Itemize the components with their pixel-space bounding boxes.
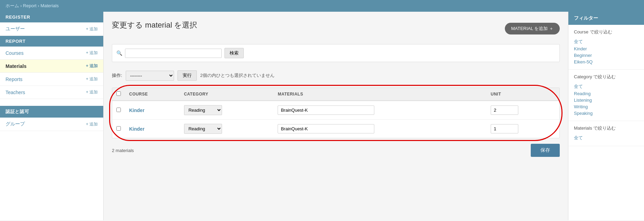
sidebar-item-teachers-label: Teachers [6, 90, 25, 95]
table-row: Kinder Reading Listening Writing Speakin… [112, 120, 559, 138]
filter-category-listening[interactable]: Listening [574, 97, 638, 103]
filter-category-speaking[interactable]: Speaking [574, 110, 638, 117]
filter-materials-section: Materials で絞り込む 全て [568, 121, 644, 146]
row1-checkbox-cell [112, 101, 125, 120]
sidebar-item-courses-add[interactable]: + 追加 [86, 50, 98, 56]
row2-category-select[interactable]: Reading Listening Writing Speaking [184, 124, 222, 134]
row2-materials [273, 120, 487, 138]
sidebar-item-reports-add[interactable]: + 追加 [86, 76, 98, 82]
search-button[interactable]: 検索 [224, 48, 244, 58]
add-material-button[interactable]: MATERIAL を追加 ＋ [505, 23, 560, 34]
action-bar: 操作: -------- 実行 2個の内ひとつも選択されていません [112, 68, 560, 83]
filter-course-section: Course で絞り込む 全て Kinder Beginner Eiken-5Q [568, 25, 644, 70]
row1-course: Kinder [125, 101, 180, 120]
filter-materials-title: Materials で絞り込む [574, 125, 638, 131]
filter-category-writing[interactable]: Writing [574, 103, 638, 110]
row2-checkbox[interactable] [116, 126, 121, 131]
materials-table: COURSE CATEGORY MATERIALS UNIT [112, 88, 559, 138]
row2-materials-input[interactable] [278, 124, 374, 133]
filter-category-section: Category で絞り込む 全て Reading Listening Writ… [568, 70, 644, 121]
row1-category: Reading Listening Writing Speaking [180, 101, 274, 120]
action-info: 2個の内ひとつも選択されていません [200, 72, 275, 79]
row2-unit-input[interactable] [491, 124, 518, 133]
sidebar: REGISTER ユーザー + 追加 REPORT Courses + 追加 M… [0, 12, 104, 220]
filter-category-title: Category で絞り込む [574, 74, 638, 80]
breadcrumb-home[interactable]: ホーム [6, 3, 19, 8]
sidebar-section-report: REPORT [0, 36, 103, 47]
filter-category-reading[interactable]: Reading [574, 90, 638, 97]
sidebar-item-reports-label: Reports [6, 77, 22, 82]
breadcrumb-sep2: › [38, 3, 40, 8]
breadcrumb: ホーム › Report › Materials [0, 0, 644, 12]
materials-count: 2 materials [112, 148, 134, 153]
row1-checkbox[interactable] [116, 108, 121, 112]
sidebar-item-courses-label: Courses [6, 50, 23, 56]
filter-materials-all[interactable]: 全て [574, 134, 638, 142]
action-label: 操作: [112, 72, 122, 79]
sidebar-item-teachers[interactable]: Teachers + 追加 [0, 86, 103, 99]
filter-course-beginner[interactable]: Beginner [574, 52, 638, 59]
col-category: CATEGORY [180, 88, 274, 101]
col-checkbox [112, 88, 125, 101]
table-footer: 2 materials 保存 [112, 144, 560, 157]
breadcrumb-materials: Materials [40, 3, 59, 8]
execute-button[interactable]: 実行 [177, 70, 197, 81]
search-input[interactable] [125, 49, 222, 58]
filter-category-all[interactable]: 全て [574, 83, 638, 90]
filter-course-eiken5q[interactable]: Eiken-5Q [574, 59, 638, 65]
sidebar-item-courses[interactable]: Courses + 追加 [0, 47, 103, 60]
sidebar-item-users-add[interactable]: + 追加 [86, 26, 98, 32]
col-course: COURSE [125, 88, 180, 101]
table-row: Kinder Reading Listening Writing Speakin… [112, 101, 559, 120]
sidebar-item-groups-add[interactable]: + 追加 [86, 121, 98, 127]
col-unit: UNIT [487, 88, 559, 101]
sidebar-section-register: REGISTER [0, 12, 103, 22]
sidebar-item-groups-label: グループ [6, 121, 25, 127]
row2-checkbox-cell [112, 120, 125, 138]
sidebar-item-users[interactable]: ユーザー + 追加 [0, 22, 103, 36]
filter-course-title: Course で絞り込む [574, 29, 638, 35]
row1-materials [273, 101, 487, 120]
sidebar-item-reports[interactable]: Reports + 追加 [0, 73, 103, 86]
sidebar-item-users-label: ユーザー [6, 26, 25, 32]
action-select[interactable]: -------- [126, 71, 174, 81]
sidebar-section-auth: 認証と認可 [0, 106, 103, 118]
row2-course-link[interactable]: Kinder [129, 126, 144, 132]
sidebar-item-materials-add[interactable]: + 追加 [86, 63, 98, 69]
breadcrumb-report[interactable]: Report [23, 3, 37, 8]
search-icon: 🔍 [116, 50, 122, 56]
filter-panel: フィルター Course で絞り込む 全て Kinder Beginner Ei… [568, 12, 644, 220]
sidebar-item-groups[interactable]: グループ + 追加 [0, 118, 103, 131]
breadcrumb-sep1: › [20, 3, 23, 8]
materials-table-wrapper: COURSE CATEGORY MATERIALS UNIT [112, 88, 560, 138]
filter-header: フィルター [568, 12, 644, 25]
col-materials: MATERIALS [273, 88, 487, 101]
sidebar-item-materials[interactable]: Materials + 追加 [0, 60, 103, 73]
row1-unit [487, 101, 559, 120]
main-content: 変更する material を選択 MATERIAL を追加 ＋ 🔍 検索 操作… [104, 12, 568, 220]
filter-course-all[interactable]: 全て [574, 38, 638, 46]
filter-course-kinder[interactable]: Kinder [574, 46, 638, 52]
row2-category: Reading Listening Writing Speaking [180, 120, 274, 138]
select-all-checkbox[interactable] [116, 91, 121, 96]
page-header: 変更する material を選択 MATERIAL を追加 ＋ [112, 20, 560, 37]
table-container: COURSE CATEGORY MATERIALS UNIT [112, 88, 560, 138]
row2-unit [487, 120, 559, 138]
row1-course-link[interactable]: Kinder [129, 108, 144, 113]
row1-category-select[interactable]: Reading Listening Writing Speaking [184, 105, 222, 115]
row1-materials-input[interactable] [278, 106, 374, 115]
search-bar: 🔍 検索 [112, 44, 560, 62]
row2-course: Kinder [125, 120, 180, 138]
sidebar-item-teachers-add[interactable]: + 追加 [86, 89, 98, 95]
sidebar-item-materials-label: Materials [6, 63, 27, 69]
page-title: 変更する material を選択 [112, 20, 197, 30]
save-button[interactable]: 保存 [531, 144, 560, 157]
row1-unit-input[interactable] [491, 106, 518, 115]
